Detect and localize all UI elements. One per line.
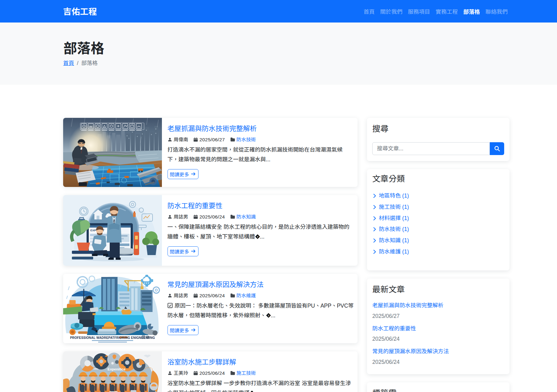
svg-text:?: ? xyxy=(257,235,258,239)
svg-text:Expenitice: Expenitice xyxy=(108,367,126,371)
svg-text:?: ? xyxy=(268,314,269,317)
svg-text:PROFESSIONAL WADREPATFRIORING: PROFESSIONAL WADREPATFRIORING ENIGNEENRN… xyxy=(70,336,155,339)
